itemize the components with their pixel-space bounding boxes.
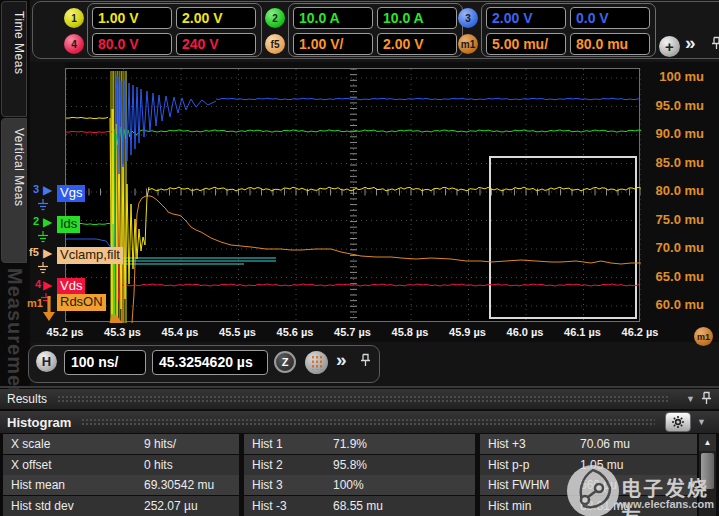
hist-param-value: 252.07 µu [144,496,198,516]
y-axis-label: 65.0 mu [644,269,704,285]
hist-param-label: Hist 1 [252,434,283,454]
ch4-offset-field[interactable]: 240 V [176,33,256,55]
waveform-svg [66,69,641,323]
gear-icon [671,415,685,429]
hist-param-label: Hist p-p [488,455,529,475]
m1-axis-owner-badge[interactable]: m1 [694,327,713,346]
histogram-collapse-arrow-icon[interactable]: ▼ [697,417,706,427]
trace-rdson [132,196,641,323]
results-pin-icon[interactable] [701,391,712,408]
timebase-position-field[interactable]: 45.3254620 µs [152,350,268,375]
trace-vds [120,284,639,286]
toolbar-expand-chevron-icon[interactable]: » [685,33,696,53]
trace-label-vds[interactable]: Vds [57,278,85,295]
ch3-badge[interactable]: 3 [458,8,478,28]
histogram-settings-button[interactable] [665,412,691,432]
hist-param-value: 68.55 mu [333,496,383,516]
ch1-badge[interactable]: 1 [64,8,84,28]
ch4-level-arrow-icon[interactable]: ▶ [43,279,52,291]
results-grip-texture [57,395,670,403]
hist-table-col1: X scale9 hits/X offset0 hitsHist mean69.… [3,434,239,516]
m1-axis-marker[interactable]: m1 [27,298,43,309]
horizontal-settings-button[interactable]: H [36,351,57,372]
ch3-level-arrow-icon[interactable]: ▶ [43,184,52,196]
histogram-header[interactable]: Histogram ▼ [0,411,719,433]
ch4-badge[interactable]: 4 [64,34,84,54]
ch1-offset-field[interactable]: 2.00 V [176,7,256,29]
f5-level-arrow-icon[interactable]: ▶ [43,247,52,259]
hist-param-value: 95.8% [333,455,367,475]
y-axis-label: 85.0 mu [644,155,704,171]
results-collapse-arrow-icon[interactable]: ▼ [686,394,695,404]
ch2-badge[interactable]: 2 [265,8,285,28]
oscilloscope-app: Time Meas Vertical Meas Measurement 1 4 … [0,0,719,516]
ch4-scale-field[interactable]: 80.0 V [92,33,172,55]
f5-axis-marker[interactable]: f5 [29,247,39,258]
hist-param-value: 69.30542 mu [144,475,214,495]
f5-scale-field[interactable]: 1.00 V/ [293,33,373,55]
timebase-expand-chevron-icon[interactable]: » [336,350,347,370]
trace-label-rdson[interactable]: RdsON [57,294,106,311]
timebase-pin-icon[interactable] [360,353,371,371]
toolbar-pin-icon[interactable] [711,36,719,54]
ch2-offset-field[interactable]: 10.0 A [377,7,457,29]
y-axis-label: 95.0 mu [644,98,704,114]
waveform-plot-canvas[interactable] [65,68,640,322]
hist-row: Hist -368.55 mu [244,496,475,516]
trace-vds [66,131,114,132]
x-axis-label: 45.9 µs [441,325,495,339]
ch2-axis-marker[interactable]: 2 [33,216,39,227]
trace-label-ids[interactable]: Ids [57,216,80,233]
hist-row: Hist +370.06 mu [480,434,697,454]
timebase-scale-field[interactable]: 100 ns/ [64,350,146,375]
x-axis-label: 46.1 µs [556,325,610,339]
trace-ids [140,130,641,132]
x-axis-label: 45.6 µs [268,325,322,339]
tab-time-meas[interactable]: Time Meas [1,1,27,117]
histogram-title: Histogram [7,415,71,430]
m1-scale-field[interactable]: 5.00 mu/ [486,33,566,55]
hist-param-label: Hist FWHM [488,475,549,495]
y-axis-label: 75.0 mu [644,212,704,228]
hist-row: Hist 171.9% [244,434,475,454]
panel-divider [0,386,719,388]
trace-ch1 [149,187,641,191]
m1-offset-field[interactable]: 80.0 mu [570,33,650,55]
scroll-up-arrow-icon[interactable]: ▲ [699,434,716,451]
x-axis-label: 45.5 µs [211,325,265,339]
hist-param-value: 71.9% [333,434,367,454]
x-axis-label: 45.3 µs [96,325,150,339]
histogram-cursors-button[interactable] [305,351,328,374]
f5-badge[interactable]: f5 [265,34,285,54]
x-axis-label: 46.2 µs [613,325,667,339]
trace-label-vgs[interactable]: Vgs [57,185,85,202]
hist-param-label: Hist 3 [252,475,283,495]
tab-vertical-meas[interactable]: Vertical Meas [1,118,27,263]
ch4-axis-marker[interactable]: 4 [35,279,41,290]
ch3-axis-marker[interactable]: 3 [33,184,39,195]
hist-param-value: 100% [333,475,364,495]
trace-label-vclamp[interactable]: Vclamp,filt [57,247,123,264]
ch3-ground-icon [37,198,49,216]
ch3-offset-field[interactable]: 0.0 V [570,7,650,29]
m1-offscreen-arrow-icon[interactable] [42,296,56,326]
y-axis-label: 60.0 mu [644,297,704,313]
ch1-scale-field[interactable]: 1.00 V [92,7,172,29]
m1-badge[interactable]: m1 [458,34,478,54]
f5-ground-icon [37,261,49,279]
add-trace-button[interactable]: + [659,36,680,57]
ch3-scale-field[interactable]: 2.00 V [486,7,566,29]
hist-param-label: Hist 2 [252,455,283,475]
trace-vgs [216,98,639,100]
zoom-button[interactable]: Z [274,351,296,373]
results-header[interactable]: Results ▼ [0,389,719,409]
ch2-scale-field[interactable]: 10.0 A [293,7,373,29]
ch2-level-arrow-icon[interactable]: ▶ [43,216,52,228]
f5-offset-field[interactable]: 2.00 V [377,33,457,55]
hist-param-label: Hist mean [11,475,65,495]
hist-param-label: Hist std dev [11,496,74,516]
hist-param-value: 70.06 mu [580,434,630,454]
x-axis-label: 45.4 µs [153,325,207,339]
hist-row: Hist 295.8% [244,455,475,475]
hist-row: Hist std dev252.07 µu [3,496,239,516]
